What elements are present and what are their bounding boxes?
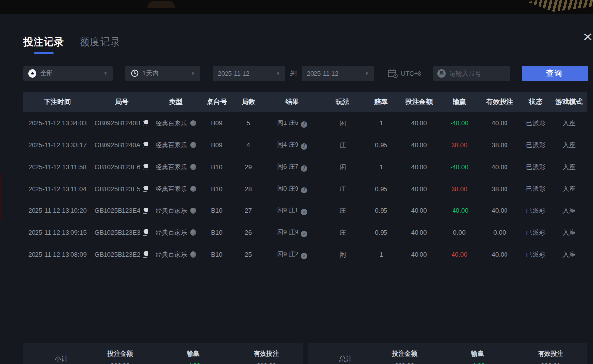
cell-round-no: 29 [234, 156, 263, 178]
info-icon[interactable]: i [301, 231, 307, 237]
timezone-indicator: UTC+8 [388, 69, 421, 78]
game-type-dropdown[interactable]: ♠ 全部 ▼ [23, 66, 113, 81]
cell-bet-time: 2025-11-12 13:08:09 [23, 243, 91, 265]
date-to-label: 到 [290, 69, 297, 78]
game-badge-icon[interactable] [190, 229, 196, 236]
cell-game-type: 经典百家乐 [152, 243, 200, 265]
table-row: 2025-11-12 13:11:58GB1025B123E6经典百家乐B102… [23, 156, 587, 178]
column-header: 游戏模式 [551, 92, 587, 112]
copy-icon[interactable] [143, 142, 149, 148]
copy-icon[interactable] [143, 208, 149, 213]
tab-quota-records[interactable]: 额度记录 [80, 35, 121, 54]
table-row: 2025-11-12 13:11:04GB1025B123E5经典百家乐B102… [23, 178, 587, 200]
table-header-row: 下注时间局号类型桌台号局数结果玩法赔率投注金额输赢有效投注状态游戏模式 [23, 92, 587, 112]
info-icon[interactable]: i [301, 253, 307, 259]
total-panel: 总计 投注金额 280.00 输赢 -4.00 有效投注 236.00 [308, 343, 587, 364]
copy-icon[interactable] [143, 186, 149, 191]
cell-result: 闲0 庄9i [263, 178, 321, 200]
cell-game-mode: 入座 [551, 222, 587, 243]
cell-game-type: 经典百家乐 [152, 200, 200, 222]
date-from-picker[interactable]: 2025-11-12 ▼ [213, 66, 285, 81]
info-icon[interactable]: i [301, 209, 307, 215]
cell-game-mode: 入座 [551, 178, 587, 200]
cell-round-no: 28 [234, 178, 263, 200]
game-badge-icon[interactable] [190, 208, 196, 214]
copy-icon[interactable] [143, 164, 149, 170]
table-row: 2025-11-12 13:33:17GB0925B1240A经典百家乐B094… [23, 134, 587, 156]
cell-round-id: GB1025B123E5 [91, 178, 152, 200]
cell-game-mode: 入座 [551, 112, 587, 134]
cell-game-type: 经典百家乐 [152, 222, 200, 243]
cell-round-no: 4 [234, 134, 263, 156]
cell-valid-bet: 40.00 [479, 243, 521, 265]
cell-play: 庄 [321, 134, 364, 156]
game-badge-icon[interactable] [190, 186, 196, 192]
cell-result: 闲1 庄6i [263, 112, 321, 134]
date-to-value: 2025-11-12 [307, 70, 339, 77]
cell-game-mode: 入座 [551, 134, 587, 156]
cell-bet-amount: 40.00 [398, 243, 440, 265]
copy-icon[interactable] [143, 120, 149, 126]
cell-odds: 0.95 [364, 200, 398, 222]
cell-valid-bet: 38.00 [479, 134, 521, 156]
subtotal-label: 小计 [54, 355, 84, 364]
game-badge-icon[interactable] [190, 251, 196, 258]
total-win-loss: 输赢 -4.00 [441, 349, 514, 364]
cell-table-no: B10 [200, 156, 234, 178]
cell-table-no: B09 [200, 134, 234, 156]
game-badge-icon[interactable] [190, 142, 196, 148]
cell-round-no: 25 [234, 243, 263, 265]
cell-round-no: 26 [234, 222, 263, 243]
cell-win-loss: -40.00 [440, 200, 479, 222]
column-header: 局号 [91, 92, 152, 112]
tab-bet-records[interactable]: 投注记录 [23, 35, 64, 54]
cell-bet-time: 2025-11-12 13:34:03 [23, 112, 91, 134]
cell-win-loss: 0.00 [440, 222, 479, 243]
cell-win-loss: 38.00 [440, 134, 479, 156]
cell-result: 闲4 庄9i [263, 134, 321, 156]
cell-bet-amount: 40.00 [398, 222, 440, 243]
column-header: 类型 [152, 92, 200, 112]
cell-play: 闲 [321, 243, 364, 265]
cell-game-type: 经典百家乐 [152, 112, 200, 134]
game-badge-icon[interactable] [190, 120, 196, 126]
column-header: 投注金额 [398, 92, 440, 112]
cell-bet-amount: 40.00 [398, 134, 440, 156]
info-icon[interactable]: i [301, 121, 307, 128]
cell-odds: 1 [364, 243, 398, 265]
table-row: 2025-11-12 13:34:03GB0925B1240B经典百家乐B095… [23, 112, 587, 134]
info-icon[interactable]: i [301, 143, 307, 150]
info-icon[interactable]: i [301, 187, 307, 193]
game-badge-icon[interactable] [190, 164, 196, 170]
close-icon[interactable]: ✕ [579, 30, 593, 45]
cell-status: 已派彩 [521, 222, 551, 243]
copy-icon[interactable] [143, 251, 149, 257]
cell-round-id: GB0925B1240A [91, 134, 152, 156]
cell-odds: 1 [364, 156, 398, 178]
time-range-dropdown[interactable]: 1天内 ▼ [125, 66, 200, 81]
bet-records-modal: ✕ 投注记录 额度记录 ♠ 全部 ▼ 1天内 ▼ 2025-11-12 ▼ 到 … [0, 14, 593, 364]
background-decoration [0, 174, 2, 220]
table-row: 2025-11-12 13:08:09GB1025B123E2经典百家乐B102… [23, 243, 587, 265]
cell-game-type: 经典百家乐 [152, 178, 200, 200]
cell-valid-bet: 0.00 [479, 222, 521, 243]
cell-status: 已派彩 [521, 243, 551, 265]
date-from-value: 2025-11-12 [218, 70, 250, 77]
cell-odds: 0.95 [364, 134, 398, 156]
cell-status: 已派彩 [521, 134, 551, 156]
column-header: 玩法 [321, 92, 364, 112]
query-button[interactable]: 查询 [522, 66, 588, 81]
cell-round-id: GB1025B123E6 [91, 156, 152, 178]
cell-game-type: 经典百家乐 [152, 134, 200, 156]
game-type-value: 全部 [40, 69, 53, 78]
date-to-picker[interactable]: 2025-11-12 ▼ [302, 66, 374, 81]
round-search-input[interactable] [450, 70, 506, 77]
info-icon[interactable]: i [301, 165, 307, 172]
cell-table-no: B10 [200, 178, 234, 200]
column-header: 输赢 [440, 92, 479, 112]
copy-icon[interactable] [143, 229, 149, 235]
cell-result: 闲9 庄1i [263, 200, 321, 222]
cell-bet-time: 2025-11-12 13:10:20 [23, 200, 91, 222]
chevron-down-icon: ▼ [365, 71, 369, 76]
cell-bet-time: 2025-11-12 13:33:17 [23, 134, 91, 156]
